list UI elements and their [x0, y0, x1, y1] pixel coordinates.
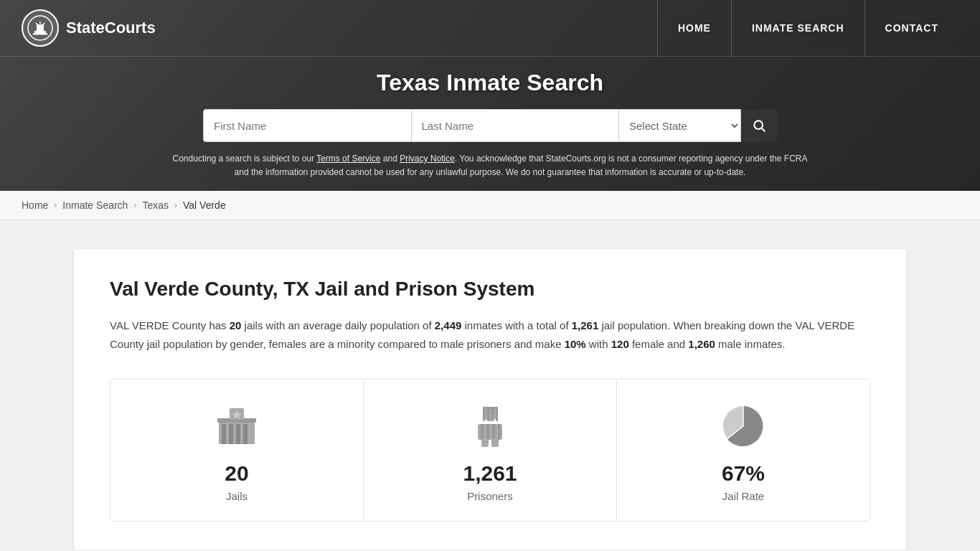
svg-line-11: [762, 128, 765, 132]
prisoners-number: 1,261: [463, 461, 517, 486]
first-name-input[interactable]: [203, 109, 412, 142]
disclaimer: Conducting a search is subject to our Te…: [167, 152, 813, 191]
svg-rect-32: [491, 438, 499, 447]
terms-link[interactable]: Terms of Service: [316, 154, 380, 164]
search-bar: Select State Alabama Alaska Arizona Texa…: [203, 109, 777, 142]
svg-rect-27: [481, 424, 484, 440]
breadcrumb-sep-1: ›: [54, 200, 57, 210]
stat-jail-rate: 67% Jail Rate: [617, 380, 870, 521]
state-select[interactable]: Select State Alabama Alaska Arizona Texa…: [619, 109, 741, 142]
svg-rect-29: [492, 424, 495, 440]
breadcrumb-home[interactable]: Home: [22, 199, 48, 211]
search-button[interactable]: [741, 109, 777, 142]
svg-rect-1: [34, 31, 46, 33]
main-content: Val Verde County, TX Jail and Prison Sys…: [74, 249, 906, 550]
svg-rect-31: [481, 438, 489, 447]
svg-rect-24: [491, 407, 494, 421]
svg-rect-15: [236, 424, 240, 444]
privacy-link[interactable]: Privacy Notice: [400, 154, 455, 164]
chart-icon: [718, 401, 768, 451]
breadcrumb: Home › Inmate Search › Texas › Val Verde: [0, 191, 980, 220]
svg-rect-30: [498, 424, 501, 440]
header: StateCourts HOME INMATE SEARCH CONTACT T…: [0, 0, 980, 191]
nav-contact[interactable]: CONTACT: [864, 0, 958, 57]
svg-rect-2: [33, 33, 47, 35]
header-main: Texas Inmate Search Select State Alabama…: [0, 57, 980, 191]
svg-rect-22: [483, 407, 485, 421]
stats-row: 20 Jails: [110, 379, 870, 522]
page-title: Texas Inmate Search: [14, 70, 966, 96]
prisoners-label: Prisoners: [467, 490, 512, 502]
county-heading: Val Verde County, TX Jail and Prison Sys…: [110, 278, 870, 301]
svg-point-10: [754, 121, 763, 129]
breadcrumb-state[interactable]: Texas: [142, 199, 169, 211]
svg-rect-28: [486, 424, 489, 440]
svg-rect-16: [243, 424, 248, 444]
search-icon: [752, 118, 766, 133]
stat-prisoners: 1,261 Prisoners: [364, 380, 617, 521]
nav-home[interactable]: HOME: [657, 0, 731, 57]
jails-label: Jails: [226, 490, 248, 502]
prisoner-icon: [465, 401, 515, 451]
logo[interactable]: StateCourts: [22, 9, 156, 47]
last-name-input[interactable]: [412, 109, 620, 142]
top-nav: StateCourts HOME INMATE SEARCH CONTACT: [0, 0, 980, 57]
jails-number: 20: [225, 461, 248, 486]
svg-rect-13: [222, 424, 226, 444]
jail-icon: [212, 401, 262, 451]
nav-inmate-search[interactable]: INMATE SEARCH: [731, 0, 864, 57]
logo-icon: [22, 9, 59, 47]
svg-rect-25: [496, 407, 498, 421]
breadcrumb-inmate-search[interactable]: Inmate Search: [62, 199, 128, 211]
svg-rect-23: [487, 407, 489, 421]
jail-rate-label: Jail Rate: [722, 490, 764, 502]
logo-text: StateCourts: [66, 19, 156, 37]
county-description: VAL VERDE County has 20 jails with an av…: [110, 316, 870, 353]
svg-rect-14: [229, 424, 233, 444]
breadcrumb-sep-3: ›: [174, 200, 177, 210]
nav-links: HOME INMATE SEARCH CONTACT: [657, 0, 958, 57]
breadcrumb-current: Val Verde: [183, 199, 226, 211]
jail-rate-number: 67%: [722, 461, 765, 486]
stat-jails: 20 Jails: [110, 380, 364, 521]
breadcrumb-sep-2: ›: [133, 200, 136, 210]
